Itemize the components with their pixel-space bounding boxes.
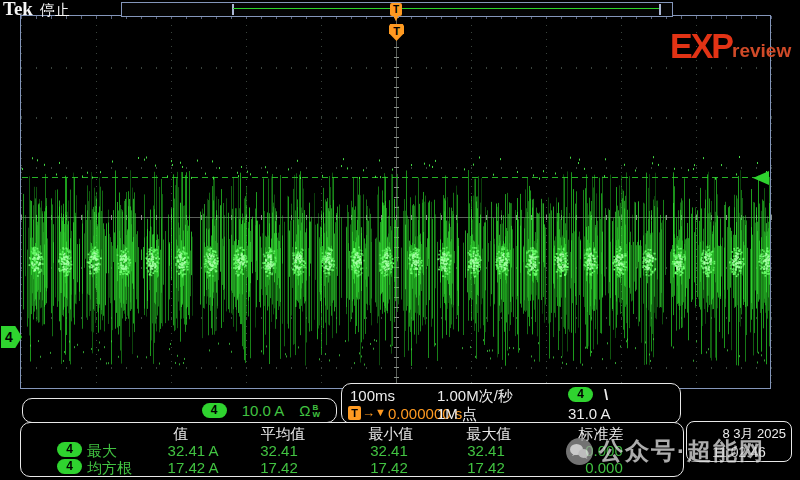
meas-row1-min: 32.41 [370, 442, 408, 459]
sample-rate-readout: 1.00M次/秒 [437, 387, 513, 406]
channel4-settings-box[interactable]: 4 10.0 A Ω B W [22, 398, 337, 423]
trigger-pos-marker-icon: ▼ [375, 406, 386, 418]
trigger-chevron-icon: ▼ [391, 13, 401, 23]
header-brand: Tek停止 [3, 0, 70, 20]
record-waveform-line [233, 8, 661, 9]
meas-row1-value: 32.41 A [168, 442, 219, 459]
channel4-coupling: Ω B W [299, 402, 320, 419]
channel4-badge[interactable]: 4 [202, 403, 227, 418]
meas-row1-channel-badge: 4 [57, 442, 82, 457]
horizontal-trigger-box[interactable]: 100ms 1.00M次/秒 4 \ T → ▼ 0.000000 s 1M 点… [341, 383, 681, 424]
record-view-bracket-right [659, 4, 661, 15]
wechat-icon [566, 438, 593, 465]
channel4-scale: 10.0 A [242, 402, 285, 419]
expreview-logo: EXP review [670, 26, 791, 65]
trigger-t-icon: T [348, 406, 361, 420]
timebase-readout: 100ms [350, 387, 395, 404]
meas-row2-channel-badge: 4 [57, 459, 82, 474]
watermark-text: 公众号·超能网 [599, 435, 765, 467]
trigger-source-badge: 4 [568, 387, 593, 402]
logo-sub: review [732, 40, 791, 62]
meas-row2-value: 17.42 A [168, 459, 219, 476]
watermark: 公众号·超能网 [566, 435, 765, 467]
meas-row2-name: 均方根 [87, 459, 132, 478]
logo-main: EXP [670, 25, 732, 66]
meas-row1-mean: 32.41 [260, 442, 298, 459]
trigger-slope-icon: \ [604, 386, 608, 403]
tek-logo: Tek [3, 0, 33, 19]
acquisition-status: 停止 [40, 1, 70, 18]
bandwidth-icon: B W [312, 404, 320, 418]
impedance-icon: Ω [299, 402, 310, 419]
record-view-bracket-left [232, 4, 234, 15]
meas-row2-max: 17.42 [467, 459, 505, 476]
trigger-level-readout: 31.0 A [568, 405, 611, 422]
meas-row1-max: 32.41 [467, 442, 505, 459]
meas-row2-min: 17.42 [370, 459, 408, 476]
trigger-arrow-icon: → [362, 405, 375, 420]
meas-row2-mean: 17.42 [260, 459, 298, 476]
